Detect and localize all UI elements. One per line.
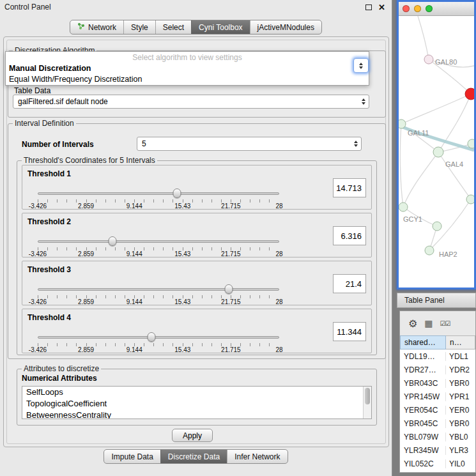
tab-select[interactable]: Select [155, 20, 191, 34]
table-row[interactable]: YIL052CYIL0 [400, 457, 475, 470]
threshold-value-field[interactable]: 21.4 [333, 274, 366, 293]
tab-infer-network[interactable]: Infer Network [227, 450, 287, 463]
threshold-value-field[interactable]: 14.713 [333, 178, 366, 197]
tick-label: 2.859 [78, 203, 94, 210]
network-node-highlighted[interactable] [465, 88, 474, 100]
slider-thumb-icon[interactable] [147, 332, 155, 342]
tab-label: Network [88, 23, 116, 32]
thresholds-group-label: Threshold's Coordinates for 5 Intervals [22, 156, 157, 165]
algorithm-combobox-stepper[interactable] [353, 58, 369, 73]
slider-track [38, 240, 279, 243]
cell-shared-name: YBR043C [400, 379, 446, 388]
columns-icon[interactable]: ▦ [424, 318, 433, 328]
attribute-list-item[interactable]: SelfLoops [22, 387, 371, 398]
tab-style[interactable]: Style [123, 20, 155, 34]
node-label: GAL80 [435, 58, 457, 66]
table-row[interactable]: YDL19…YDL1 [400, 349, 475, 363]
gear-icon[interactable]: ⚙ [408, 318, 417, 330]
close-icon[interactable]: ✕ [378, 3, 385, 12]
tab-jactivemnodules[interactable]: jActiveMNodules [250, 20, 321, 34]
tick-label: 28 [275, 346, 282, 353]
number-of-intervals-label: Number of Intervals [22, 140, 94, 149]
tick-label: 15.43 [174, 203, 190, 210]
table-row[interactable]: YDR27…YDR2 [400, 363, 475, 376]
tick-label: 15.43 [174, 346, 190, 353]
cell-name: YBR0 [446, 419, 475, 428]
network-node[interactable] [399, 203, 408, 211]
tab-network[interactable]: Network [70, 20, 123, 34]
slider-thumb-icon[interactable] [224, 284, 233, 294]
cell-shared-name: YPR145W [400, 392, 446, 401]
network-node[interactable] [425, 246, 434, 255]
tab-label: Style [131, 23, 148, 32]
tick-label: 9.144 [127, 346, 142, 353]
float-window-icon[interactable] [365, 4, 372, 10]
numerical-attributes-list: SelfLoopsTopologicalCoefficientBetweenne… [22, 386, 372, 419]
threshold-slider[interactable] [38, 332, 279, 342]
network-node[interactable] [466, 195, 474, 204]
threshold-slider[interactable] [38, 284, 279, 295]
slider-thumb-icon[interactable] [173, 188, 181, 198]
top-tab-row: NetworkStyleSelectCyni ToolboxjActiveMNo… [0, 20, 392, 35]
attribute-list-item[interactable]: BetweennessCentrality [22, 410, 371, 419]
cell-name: YLR3 [446, 446, 475, 455]
threshold-value-field[interactable]: 11.344 [333, 322, 366, 341]
tick-label: 2.859 [78, 346, 94, 353]
number-of-intervals-combobox[interactable]: 5 [137, 137, 362, 151]
column-header-shared-name[interactable]: shared… [400, 335, 446, 349]
threshold-slider[interactable] [38, 236, 279, 247]
node-label: GAL11 [408, 129, 429, 137]
table-row[interactable]: YBR045CYBR0 [400, 417, 475, 430]
network-node[interactable] [399, 119, 406, 128]
mac-zoom-icon[interactable] [426, 5, 433, 12]
tab-cyni-toolbox[interactable]: Cyni Toolbox [191, 20, 249, 34]
network-node[interactable] [468, 139, 474, 148]
table-row[interactable]: YLR345WYLR3 [400, 443, 475, 457]
node-label: HAP2 [439, 250, 457, 258]
screen: Control Panel ✕ NetworkStyleSelectCyni T… [0, 0, 476, 476]
threshold-value-field[interactable]: 6.316 [333, 226, 366, 245]
tab-discretize-data[interactable]: Discretize Data [160, 450, 227, 463]
control-panel-titlebar: Control Panel ✕ [0, 0, 392, 14]
algorithm-option-equal-width-frequency[interactable]: Equal Width/Frequency Discretization [6, 74, 369, 85]
list-scrollbar-thumb[interactable] [365, 388, 370, 404]
attribute-list-item[interactable]: TopologicalCoefficient [22, 398, 371, 410]
cell-shared-name: YER054C [400, 406, 446, 415]
network-node[interactable] [433, 147, 443, 157]
network-node[interactable] [433, 222, 441, 231]
tab-impute-data[interactable]: Impute Data [104, 450, 160, 463]
top-tabbar: NetworkStyleSelectCyni ToolboxjActiveMNo… [70, 20, 322, 35]
table-toolbar: ⚙ ▦ ☑☑ [400, 311, 475, 335]
select-columns-icon[interactable]: ☑☑ [440, 320, 450, 327]
threshold-slider[interactable] [38, 188, 279, 199]
mac-close-icon[interactable] [403, 5, 410, 12]
network-window-titlebar [399, 2, 474, 16]
tick-label: 21.715 [221, 346, 241, 353]
algorithm-dropdown-hint: Select algorithm to view settings [6, 52, 369, 63]
node-label: GCY1 [403, 215, 422, 223]
cell-shared-name: YBL079W [400, 433, 446, 441]
attribute-items: SelfLoopsTopologicalCoefficientBetweenne… [22, 387, 371, 419]
table-row[interactable]: YBR043CYBR0 [400, 376, 475, 390]
cell-shared-name: YDR27… [400, 365, 446, 374]
table-data-combobox[interactable]: galFiltered.sif default node [13, 95, 369, 109]
column-header-name[interactable]: n… [446, 335, 475, 349]
table-row[interactable]: YBL079WYBL0 [400, 430, 475, 443]
slider-thumb-icon[interactable] [109, 236, 117, 246]
algorithm-dropdown-popup: Select algorithm to view settings Manual… [5, 51, 369, 86]
network-canvas[interactable]: GAL80 GAL11 GAL4 GCY1 HAP2 [399, 16, 474, 288]
table-row[interactable]: YPR145WYPR1 [400, 390, 475, 403]
algorithm-option-manual-discretization[interactable]: Manual Discretization [6, 63, 369, 74]
attributes-group-label: Attributes to discretize [22, 364, 101, 373]
table-row[interactable]: YER054CYER0 [400, 403, 475, 417]
list-scrollbar[interactable] [363, 387, 371, 418]
slider-scale-labels: -3.4262.8599.14415.4321.71528 [38, 346, 279, 353]
cell-shared-name: YDL19… [400, 352, 446, 361]
network-node[interactable] [424, 55, 433, 64]
tab-label: Infer Network [234, 452, 280, 461]
tick-label: 9.144 [127, 298, 142, 305]
slider-track [38, 192, 279, 195]
tab-label: jActiveMNodules [257, 23, 314, 32]
apply-button[interactable]: Apply [172, 429, 213, 442]
mac-minimize-icon[interactable] [414, 5, 421, 12]
